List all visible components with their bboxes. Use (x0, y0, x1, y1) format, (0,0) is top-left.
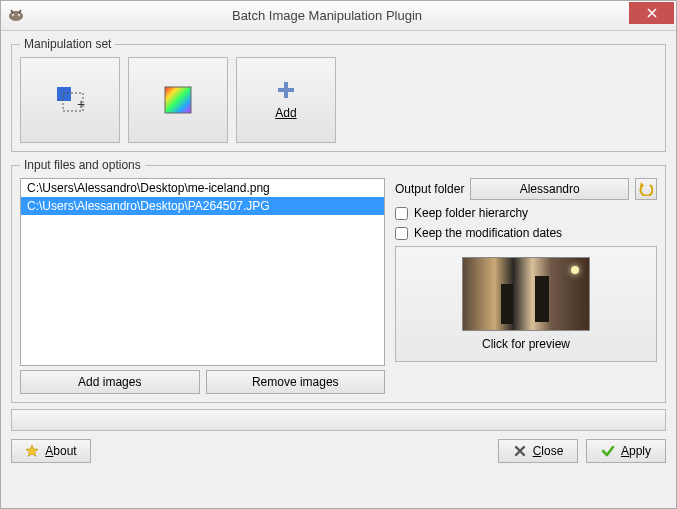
keep-dates-checkbox[interactable] (395, 227, 408, 240)
manipulation-add-button[interactable]: Add (236, 57, 336, 143)
manipulation-set-group: Manipulation set + (11, 37, 666, 152)
apply-button[interactable]: Apply (586, 439, 666, 463)
window-close-button[interactable] (629, 2, 674, 24)
io-legend: Input files and options (20, 158, 145, 172)
preview-button[interactable]: Click for preview (395, 246, 657, 362)
add-label: Add (275, 106, 296, 120)
manipulation-legend: Manipulation set (20, 37, 115, 51)
crop-icon: + (53, 83, 87, 117)
check-icon (601, 444, 615, 458)
svg-text:+: + (77, 96, 85, 112)
plus-icon (276, 80, 296, 100)
add-images-button[interactable]: Add images (20, 370, 200, 394)
keep-dates-row[interactable]: Keep the modification dates (395, 226, 657, 240)
close-label-rest: lose (541, 444, 563, 458)
window-title: Batch Image Manipulation Plugin (25, 8, 629, 23)
keep-hierarchy-label: Keep folder hierarchy (414, 206, 528, 220)
keep-dates-label: Keep the modification dates (414, 226, 562, 240)
svg-rect-10 (278, 88, 294, 92)
apply-label-first: A (621, 444, 629, 458)
close-button[interactable]: Close (498, 439, 578, 463)
svg-point-0 (9, 11, 23, 21)
remove-images-button[interactable]: Remove images (206, 370, 386, 394)
about-label-rest: bout (53, 444, 76, 458)
keep-hierarchy-row[interactable]: Keep folder hierarchy (395, 206, 657, 220)
input-files-group: Input files and options C:\Users\Alessan… (11, 158, 666, 403)
output-folder-button[interactable]: Alessandro (470, 178, 629, 200)
file-item[interactable]: C:\Users\Alessandro\Desktop\PA264507.JPG (21, 197, 384, 215)
app-icon (7, 7, 25, 25)
file-list[interactable]: C:\Users\Alessandro\Desktop\me-iceland.p… (20, 178, 385, 366)
file-item[interactable]: C:\Users\Alessandro\Desktop\me-iceland.p… (21, 179, 384, 197)
svg-rect-8 (165, 87, 191, 113)
close-icon (513, 444, 527, 458)
preview-caption: Click for preview (482, 337, 570, 351)
progress-bar (11, 409, 666, 431)
svg-point-3 (13, 14, 14, 15)
keep-hierarchy-checkbox[interactable] (395, 207, 408, 220)
apply-label-rest: pply (629, 444, 651, 458)
svg-point-4 (19, 14, 20, 15)
output-folder-label: Output folder (395, 182, 464, 196)
star-icon (25, 444, 39, 458)
color-picker-icon (163, 85, 193, 115)
manipulation-crop-button[interactable]: + (20, 57, 120, 143)
about-button[interactable]: About (11, 439, 91, 463)
manipulation-color-button[interactable] (128, 57, 228, 143)
title-bar: Batch Image Manipulation Plugin (1, 1, 676, 31)
svg-rect-5 (57, 87, 71, 101)
undo-icon (639, 182, 653, 196)
preview-thumbnail (462, 257, 590, 331)
reset-output-button[interactable] (635, 178, 657, 200)
